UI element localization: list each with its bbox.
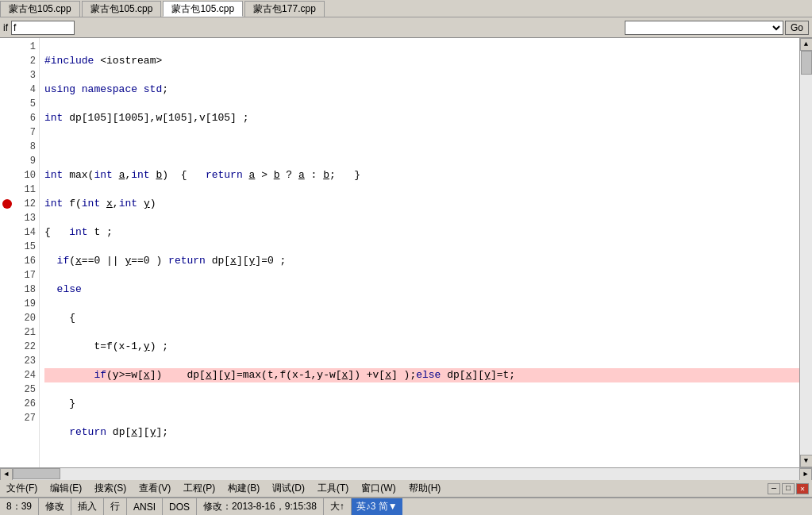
code-text: if(y>=w[x]) dp[x][y]=max(t,f(x-1,y-w[x])…	[44, 368, 515, 382]
line-num-22: 22	[17, 340, 36, 354]
code-text: return dp[x][y];	[44, 425, 168, 440]
code-line-5: int max(int a,int b) { return a > b ? a …	[44, 168, 799, 183]
code-line-8: if(x==0 || y==0 ) return dp[x][y]=0 ;	[44, 254, 799, 268]
code-text: #include <iostream>	[44, 54, 162, 68]
line-num-4: 4	[17, 83, 36, 97]
menu-window[interactable]: 窗口(W)	[355, 480, 402, 497]
code-text: int f(int x,int y)	[44, 197, 156, 211]
code-line-1: #include <iostream>	[44, 54, 799, 68]
line-num-17: 17	[17, 268, 36, 282]
status-position-text: 8：39	[6, 500, 32, 513]
scroll-down-button[interactable]: ▼	[800, 455, 813, 467]
line-num-21: 21	[17, 325, 36, 340]
menu-project[interactable]: 工程(P)	[177, 480, 221, 497]
status-mode-text: 修改	[45, 500, 64, 513]
line-num-25: 25	[17, 382, 36, 397]
scroll-thumb-v[interactable]	[801, 51, 812, 75]
menu-edit[interactable]: 编辑(E)	[44, 480, 88, 497]
line-num-5: 5	[17, 97, 36, 111]
code-line-13: }	[44, 397, 799, 411]
tab-1[interactable]: 蒙古包105.cpp	[0, 1, 80, 17]
vertical-scrollbar[interactable]: ▲ ▼	[799, 38, 812, 467]
tab-2[interactable]: 蒙古包105.cpp	[82, 1, 162, 17]
code-line-15	[44, 454, 799, 467]
status-size-text: 大↑	[330, 500, 344, 513]
line-num-14: 14	[17, 225, 36, 240]
tab-3[interactable]: 蒙古包105.cpp	[163, 1, 243, 17]
minimize-button[interactable]: —	[768, 483, 780, 494]
status-insert-text: 插入	[78, 500, 97, 513]
status-unit-text: 行	[110, 500, 120, 513]
line-numbers: 1 2 3 4 5 6 7 8 9 10 11 12 13 14 15 16 1…	[14, 38, 40, 467]
menu-bar: 文件(F) 编辑(E) 搜索(S) 查看(V) 工程(P) 构建(B) 调试(D…	[0, 480, 812, 498]
scroll-up-button[interactable]: ▲	[800, 38, 813, 51]
go-button[interactable]: Go	[785, 21, 809, 35]
code-text: using namespace std;	[44, 83, 168, 97]
code-text: int dp[105][1005],w[105],v[105] ;	[44, 111, 248, 125]
menu-search[interactable]: 搜索(S)	[88, 480, 133, 497]
status-mode: 修改	[39, 498, 71, 515]
menu-help[interactable]: 帮助(H)	[402, 480, 448, 497]
line-num-9: 9	[17, 154, 36, 168]
search-label: if	[3, 22, 8, 33]
code-text: t=f(x-1,y) ;	[44, 340, 168, 354]
status-ime-text: 英♪3 简▼	[356, 500, 398, 513]
code-text: else	[44, 282, 82, 297]
menu-build[interactable]: 构建(B)	[221, 480, 266, 497]
editor-container: 1 2 3 4 5 6 7 8 9 10 11 12 13 14 15 16 1…	[0, 38, 812, 467]
code-line-11: t=f(x-1,y) ;	[44, 340, 799, 354]
line-num-16: 16	[17, 254, 36, 268]
status-modified-date: 修改：2013-8-16，9:15:38	[197, 498, 324, 515]
menu-tools[interactable]: 工具(T)	[311, 480, 355, 497]
code-text: { int t ;	[44, 225, 113, 240]
line-num-19: 19	[17, 297, 36, 311]
line-num-12: 12	[17, 197, 36, 211]
line-num-24: 24	[17, 368, 36, 382]
menu-debug[interactable]: 调试(D)	[266, 480, 311, 497]
scroll-right-button[interactable]: ►	[799, 468, 812, 481]
line-num-27: 27	[17, 411, 36, 425]
code-area[interactable]: #include <iostream> using namespace std;…	[40, 38, 799, 467]
maximize-button[interactable]: □	[782, 483, 795, 494]
code-line-14: return dp[x][y];	[44, 425, 799, 440]
window-controls: — □ ✕	[768, 483, 812, 494]
tab-4[interactable]: 蒙古包177.cpp	[244, 1, 325, 17]
code-text: }	[44, 397, 75, 411]
status-bar: 8：39 修改 插入 行 ANSI DOS 修改：2013-8-16，9:15:…	[0, 498, 812, 515]
status-line-ending: DOS	[163, 498, 197, 515]
menu-file[interactable]: 文件(F)	[0, 480, 44, 497]
status-insert: 插入	[71, 498, 104, 515]
status-date-text: 修改：2013-8-16，9:15:38	[203, 500, 317, 513]
breakpoint-dot[interactable]	[2, 199, 12, 209]
line-num-26: 26	[17, 397, 36, 411]
code-text: if(x==0 || y==0 ) return dp[x][y]=0 ;	[44, 254, 286, 268]
line-num-13: 13	[17, 211, 36, 225]
line-num-6: 6	[17, 111, 36, 125]
status-ime[interactable]: 英♪3 简▼	[352, 498, 402, 515]
scroll-left-button[interactable]: ◄	[0, 468, 13, 481]
close-button[interactable]: ✕	[796, 483, 809, 494]
file-dropdown[interactable]	[625, 21, 783, 35]
code-text: int max(int a,int b) { return a > b ? a …	[44, 168, 360, 183]
line-num-2: 2	[17, 54, 36, 68]
status-position: 8：39	[0, 498, 39, 515]
code-line-9: else	[44, 282, 799, 297]
scroll-track-h[interactable]	[13, 468, 799, 480]
code-line-10: {	[44, 311, 799, 325]
status-encoding: ANSI	[127, 498, 163, 515]
horizontal-scrollbar[interactable]: ◄ ►	[0, 467, 812, 480]
menu-view[interactable]: 查看(V)	[133, 480, 177, 497]
toolbar: if Go	[0, 17, 812, 38]
code-line-4	[44, 140, 799, 154]
status-line-ending-text: DOS	[169, 502, 190, 513]
search-input[interactable]	[11, 21, 75, 35]
line-num-10: 10	[17, 168, 36, 183]
status-encoding-text: ANSI	[133, 502, 156, 513]
status-unit: 行	[104, 498, 127, 515]
line-num-3: 3	[17, 68, 36, 83]
scroll-thumb-h[interactable]	[13, 468, 60, 479]
line-num-15: 15	[17, 240, 36, 254]
code-line-7: { int t ;	[44, 225, 799, 240]
line-num-18: 18	[17, 282, 36, 297]
scroll-track-v[interactable]	[800, 51, 812, 455]
